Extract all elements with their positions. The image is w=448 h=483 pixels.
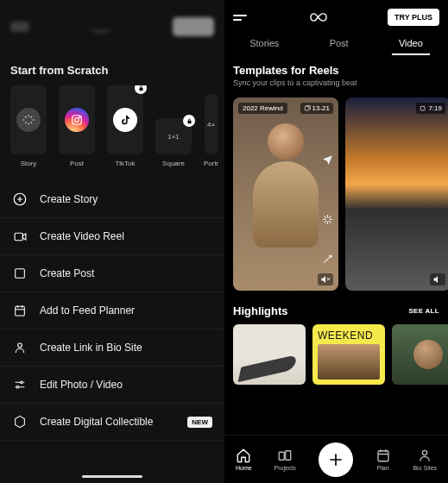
nav-plan[interactable]: Plan <box>375 448 391 471</box>
tab-stories[interactable]: Stories <box>248 33 281 55</box>
tile-post[interactable]: Post <box>59 85 95 167</box>
row-create-post[interactable]: Create Post <box>0 255 224 292</box>
top-bar: TRY PLUS <box>224 0 448 29</box>
tile-label: Post <box>70 160 84 167</box>
mute-icon[interactable] <box>430 273 445 285</box>
new-badge: NEW <box>187 417 212 428</box>
try-plus-blurred <box>173 17 214 36</box>
row-create-story[interactable]: Create Story <box>0 181 224 218</box>
svg-rect-4 <box>15 233 22 241</box>
tile-portrait[interactable]: 4× Portr <box>204 85 218 167</box>
reel-template-card[interactable]: 7:19 <box>345 97 448 291</box>
svg-point-2 <box>79 116 80 117</box>
home-icon <box>236 448 251 463</box>
svg-rect-12 <box>279 452 284 460</box>
svg-rect-10 <box>305 106 309 110</box>
logo-icon <box>305 10 329 24</box>
svg-rect-11 <box>421 106 426 110</box>
ratio-label: 4× <box>207 121 215 129</box>
create-fab[interactable] <box>319 442 353 477</box>
sparkle-icon <box>16 108 41 132</box>
highlight-card[interactable] <box>392 324 448 385</box>
nav-label: Plan <box>377 465 389 471</box>
tile-label: Portr <box>204 160 218 167</box>
blurred-header <box>0 0 224 53</box>
content-type-tabs: Stories Post Video <box>224 29 448 55</box>
highlight-card[interactable]: WEEKEND <box>312 324 385 385</box>
action-list: Create Story Create Video Reel Create Po… <box>0 181 224 441</box>
section-title: Highlights <box>233 304 288 317</box>
create-sheet-pane: Start from Scratch Story Post <box>0 0 224 483</box>
nav-label: Projects <box>274 465 296 471</box>
row-label: Create Post <box>40 267 94 279</box>
row-link-biosite[interactable]: Create Link in Bio Site <box>0 329 224 367</box>
nav-label: Bio Sites <box>413 465 437 471</box>
menu-icon <box>10 22 29 32</box>
row-label: Create Story <box>40 193 98 205</box>
clips-icon <box>304 105 311 112</box>
lock-icon <box>135 85 147 94</box>
nav-home[interactable]: Home <box>236 448 252 471</box>
tab-video[interactable]: Video <box>397 33 425 55</box>
ratio-label: 1×1 <box>167 133 180 141</box>
svg-point-7 <box>18 343 22 348</box>
section-title: Templates for Reels <box>233 64 439 77</box>
bottom-nav: Home Projects Plan Bio Sites <box>224 435 448 483</box>
reel-duration-badge: 7:19 <box>416 103 445 114</box>
wand-icon <box>322 254 333 265</box>
scratch-tiles: Story Post TikTok <box>0 85 224 167</box>
highlights-header: Highlights SEE ALL <box>224 291 448 324</box>
highlights-row: WEEKEND <box>224 324 448 385</box>
clips-icon <box>420 105 426 112</box>
highlight-title: WEEKEND <box>318 329 380 342</box>
row-add-planner[interactable]: Add to Feed Planner <box>0 292 224 329</box>
tile-story[interactable]: Story <box>10 85 47 167</box>
nav-label: Home <box>236 465 252 471</box>
row-edit-media[interactable]: Edit Photo / Video <box>0 367 224 404</box>
tile-square[interactable]: 1×1 Square <box>155 85 192 167</box>
nav-projects[interactable]: Projects <box>274 448 296 471</box>
tile-label: TikTok <box>116 160 136 167</box>
row-label: Create Link in Bio Site <box>40 342 142 354</box>
row-create-reel[interactable]: Create Video Reel <box>0 218 224 255</box>
hexagon-icon <box>12 414 28 430</box>
square-icon <box>12 266 28 281</box>
plus-circle-icon <box>12 191 28 207</box>
row-create-nft[interactable]: Create Digital Collectible NEW <box>0 404 224 441</box>
instagram-icon <box>65 108 89 132</box>
sparkle-icon <box>322 214 333 225</box>
logo-icon <box>91 21 111 33</box>
reels-section-header: Templates for Reels Sync your clips to a… <box>224 55 448 89</box>
section-subtitle: Sync your clips to a captivating beat <box>233 78 439 87</box>
tile-label: Square <box>162 160 185 167</box>
row-label: Create Digital Collectible <box>40 416 153 428</box>
tile-tiktok[interactable]: TikTok <box>107 85 143 167</box>
see-all-button[interactable]: SEE ALL <box>408 307 439 315</box>
plane-icon <box>322 154 333 165</box>
tab-post[interactable]: Post <box>328 33 350 55</box>
try-plus-button[interactable]: TRY PLUS <box>388 9 439 26</box>
sliders-icon <box>12 377 28 392</box>
nav-biosites[interactable]: Bio Sites <box>413 448 437 471</box>
lock-icon <box>183 115 195 127</box>
svg-point-1 <box>75 118 79 122</box>
highlight-card[interactable] <box>233 324 306 385</box>
menu-button[interactable] <box>233 15 247 21</box>
reel-tag: 2022 Rewind <box>238 103 287 114</box>
row-label: Add to Feed Planner <box>40 304 135 317</box>
calendar-icon <box>375 448 391 463</box>
svg-rect-14 <box>378 451 388 461</box>
person-icon <box>12 340 28 355</box>
mute-icon[interactable] <box>318 273 333 285</box>
svg-point-9 <box>16 386 19 388</box>
plus-icon <box>327 451 344 468</box>
svg-point-15 <box>423 450 427 455</box>
tile-label: Story <box>21 160 37 167</box>
section-title: Start from Scratch <box>0 53 224 85</box>
highlight-photo <box>318 344 380 380</box>
projects-icon <box>277 448 293 463</box>
row-label: Create Video Reel <box>40 230 124 242</box>
person-icon <box>417 448 432 463</box>
reel-template-card[interactable]: 2022 Rewind 13-21 <box>233 97 338 291</box>
row-label: Edit Photo / Video <box>40 379 123 391</box>
